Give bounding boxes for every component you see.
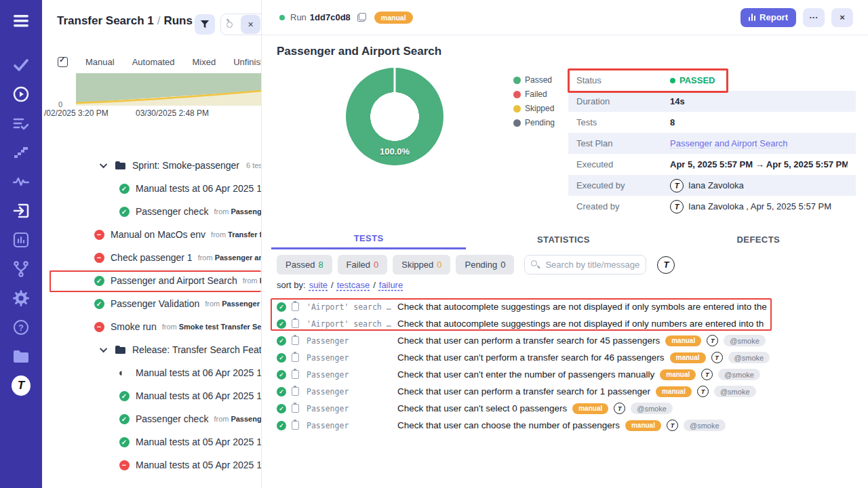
close-button[interactable]: × xyxy=(831,8,853,27)
smoke-tag[interactable]: @smoke xyxy=(718,369,760,380)
tree-row[interactable]: Check passenger 1 fromPassenger and Airp… xyxy=(42,246,261,269)
smoke-tag[interactable]: @smoke xyxy=(724,335,766,346)
assignee-avatar[interactable]: T xyxy=(711,352,723,363)
sign-in-icon[interactable] xyxy=(12,201,31,220)
suite-name[interactable]: Passenger xyxy=(307,370,396,380)
test-row[interactable]: Passenger Check that user can choose the… xyxy=(277,417,860,434)
breadcrumb[interactable]: Transfer Search 1/Runs xyxy=(57,14,193,28)
copy-icon[interactable] xyxy=(357,13,366,22)
test-title[interactable]: Check that autocomplete suggestings are … xyxy=(397,319,764,329)
app-sidebar: ? T xyxy=(0,0,42,488)
detail-tab[interactable]: DEFECTS xyxy=(661,229,856,249)
assignee-avatar[interactable]: T xyxy=(614,403,625,414)
runs-filter-tab[interactable]: Unfinished xyxy=(233,57,262,67)
assignee-filter-avatar[interactable]: T xyxy=(657,256,675,274)
activity-icon[interactable] xyxy=(12,172,31,191)
branch-icon[interactable] xyxy=(12,260,31,279)
chip-count: 0 xyxy=(374,260,378,270)
tree-row[interactable]: Manual tests at 06 Apr 2025 14:41 fromTr… xyxy=(42,361,261,384)
smoke-tag[interactable]: @smoke xyxy=(684,420,726,431)
select-all-icon[interactable] xyxy=(58,57,68,67)
more-button[interactable]: ··· xyxy=(803,8,825,27)
test-title[interactable]: Check that user can perform a transfer s… xyxy=(397,336,660,346)
tree-row[interactable]: Manual on MacOs env fromTransfer from Ai… xyxy=(42,223,261,246)
runs-filter-tab[interactable]: Automated xyxy=(132,57,175,67)
test-title[interactable]: Check that user can perform a transfer s… xyxy=(397,386,650,396)
filter-chip[interactable]: Passed 8 xyxy=(277,255,332,274)
test-row[interactable]: 'Airport' search … Check that autocomple… xyxy=(277,298,860,315)
report-button[interactable]: Report xyxy=(741,8,796,27)
suite-name[interactable]: Passenger xyxy=(307,353,396,363)
testomat-logo[interactable]: T xyxy=(12,376,31,395)
tree-item-from: fromPassenger and Airport Searc xyxy=(198,253,261,262)
suite-name[interactable]: Passenger xyxy=(307,336,396,346)
tree-row[interactable]: Passenger and Airport Search fromPasseng… xyxy=(42,269,261,292)
list-check-icon[interactable] xyxy=(12,114,31,133)
assignee-avatar[interactable]: T xyxy=(697,386,709,397)
filter-chip[interactable]: Failed 0 xyxy=(338,255,388,274)
tree-row[interactable]: Release: Transfer Search Feature 17 test… xyxy=(42,338,261,361)
folder-icon[interactable] xyxy=(12,347,31,366)
tree-row[interactable]: Manual tests at 06 Apr 2025 14:14 fromPa… xyxy=(42,384,261,407)
test-title[interactable]: Check that user can't enter the number o… xyxy=(397,369,654,380)
help-icon[interactable]: ? xyxy=(12,318,31,337)
chevron-down-icon[interactable] xyxy=(100,345,107,352)
play-circle-icon[interactable] xyxy=(12,85,31,104)
test-title[interactable]: Check that autocomplete suggestings are … xyxy=(397,302,767,312)
results-donut-chart: 100.0% xyxy=(346,68,443,165)
tree-row[interactable]: Passenger check fromPassenger validation… xyxy=(42,200,261,223)
test-row[interactable]: Passenger Check that user can't enter th… xyxy=(277,366,860,383)
test-row[interactable]: Passenger Check that user can perform a … xyxy=(277,332,860,349)
test-title[interactable]: Check that user can't perform a transfer… xyxy=(397,352,665,363)
suite-name[interactable]: Passenger xyxy=(307,404,396,413)
gear-icon[interactable] xyxy=(12,289,31,308)
runs-filter-tab[interactable]: Manual xyxy=(85,57,115,67)
filter-button[interactable] xyxy=(195,14,215,35)
assignee-avatar[interactable]: T xyxy=(701,369,713,380)
test-title[interactable]: Check that user can choose the number of… xyxy=(397,420,620,430)
test-row[interactable]: Passenger Check that user can perform a … xyxy=(277,383,860,400)
detail-tab[interactable]: STATISTICS xyxy=(466,229,660,249)
suite-name[interactable]: Passenger xyxy=(307,421,396,430)
sort-link[interactable]: testcase xyxy=(337,280,370,290)
menu-icon[interactable] xyxy=(12,12,31,30)
run-actions: Report ··· × xyxy=(741,8,853,27)
tree-row[interactable]: Manual tests at 06 Apr 2025 14:32 fromPa… xyxy=(42,177,261,200)
bar-chart-icon[interactable] xyxy=(12,230,31,249)
suite-name[interactable]: 'Airport' search … xyxy=(307,302,396,312)
steps-icon[interactable] xyxy=(12,143,31,162)
suite-name[interactable]: 'Airport' search … xyxy=(307,319,396,329)
assignee-avatar[interactable]: T xyxy=(667,420,678,431)
tests-search-input[interactable] xyxy=(524,255,646,274)
stats-value: TIana Zavoloka , Apr 5, 2025 5:57 PM xyxy=(670,200,831,214)
filter-chip[interactable]: Pending 0 xyxy=(456,255,514,274)
assignee-avatar[interactable]: T xyxy=(707,335,718,346)
smoke-tag[interactable]: @smoke xyxy=(714,386,756,397)
tree-row[interactable]: Manual tests at 05 Apr 2025 17:30 fromTr… xyxy=(42,453,261,476)
sort-link[interactable]: failure xyxy=(379,280,403,290)
test-row[interactable]: 'Airport' search … Check that autocomple… xyxy=(277,315,860,332)
trend-x-tick-2: 03/30/2025 2:48 PM xyxy=(136,108,209,118)
trend-y-tick: 0 xyxy=(58,100,62,108)
tree-row[interactable]: Passenger check fromPassenger manual 6 xyxy=(42,407,261,430)
runs-search-close-button[interactable]: × xyxy=(241,15,260,34)
detail-tab[interactable]: TESTS xyxy=(271,229,466,249)
suite-name[interactable]: Passenger xyxy=(307,387,396,396)
chevron-down-icon[interactable] xyxy=(100,161,107,168)
breadcrumb-project[interactable]: Transfer Search 1 xyxy=(57,14,154,27)
check-icon[interactable] xyxy=(12,56,31,75)
test-title[interactable]: Check that user can't select 0 passenger… xyxy=(397,403,567,413)
filter-chip[interactable]: Skipped 0 xyxy=(393,255,450,274)
smoke-tag[interactable]: @smoke xyxy=(728,352,770,363)
tree-row[interactable]: Sprint: Smoke-passenger 6 tests 2 runs xyxy=(42,154,261,177)
tree-row[interactable]: Manual tests at 05 Apr 2025 17:30 Copy f… xyxy=(42,430,261,453)
sort-link[interactable]: suite xyxy=(309,280,328,290)
test-row[interactable]: Passenger Check that user can't perform … xyxy=(277,349,860,366)
test-row[interactable]: Passenger Check that user can't select 0… xyxy=(277,400,860,417)
smoke-tag[interactable]: @smoke xyxy=(631,403,673,414)
legend-item: Failed xyxy=(513,89,555,99)
runs-filter-tab[interactable]: Mixed xyxy=(193,57,216,67)
tree-row[interactable]: Smoke run fromSmoke test Transfer Search… xyxy=(42,315,261,338)
tree-row[interactable]: Passenger Validation fromPassenger valid… xyxy=(42,292,261,315)
test-plan-link[interactable]: Passenger and Airport Search xyxy=(670,138,787,148)
